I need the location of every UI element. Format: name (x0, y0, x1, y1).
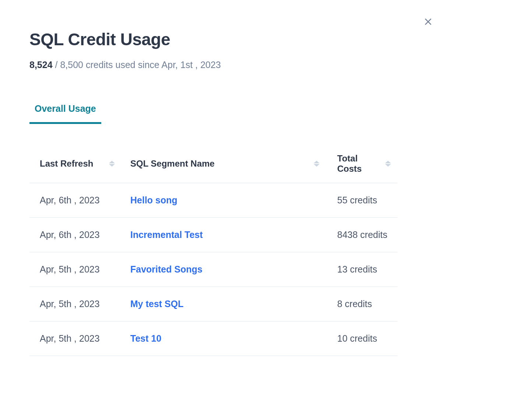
credits-summary: 8,524 / 8,500 credits used since Apr, 1s… (29, 60, 398, 70)
page-title: SQL Credit Usage (29, 29, 398, 49)
cell-last-refresh: Apr, 6th , 2023 (29, 229, 115, 240)
credits-used-value: 8,524 (29, 60, 53, 70)
segment-link[interactable]: Test 10 (130, 333, 161, 344)
table-header: Last Refresh SQL Segment Name Total Cost… (29, 146, 398, 183)
close-icon (423, 15, 434, 30)
table-row: Apr, 6th , 2023 Hello song 55 credits (29, 183, 398, 218)
cell-total-costs: 13 credits (320, 264, 398, 275)
cell-last-refresh: Apr, 5th , 2023 (29, 333, 115, 344)
credits-used-suffix: / 8,500 credits used since Apr, 1st , 20… (53, 60, 221, 70)
cell-total-costs: 55 credits (320, 195, 398, 206)
segment-link[interactable]: Favorited Songs (130, 264, 202, 274)
tab-overall-usage[interactable]: Overall Usage (29, 103, 101, 124)
sort-icon (314, 161, 320, 167)
usage-table: Last Refresh SQL Segment Name Total Cost… (29, 146, 398, 356)
col-header-last-refresh-label: Last Refresh (40, 159, 93, 169)
sort-icon (385, 161, 391, 167)
col-header-segment-name-label: SQL Segment Name (130, 159, 215, 169)
table-row: Apr, 5th , 2023 Test 10 10 credits (29, 321, 398, 356)
table-body: Apr, 6th , 2023 Hello song 55 credits Ap… (29, 183, 398, 356)
table-row: Apr, 5th , 2023 Favorited Songs 13 credi… (29, 252, 398, 287)
cell-last-refresh: Apr, 5th , 2023 (29, 299, 115, 309)
cell-last-refresh: Apr, 5th , 2023 (29, 264, 115, 275)
segment-link[interactable]: Hello song (130, 195, 177, 205)
cell-total-costs: 10 credits (320, 333, 398, 344)
segment-link[interactable]: My test SQL (130, 299, 183, 309)
col-header-last-refresh[interactable]: Last Refresh (29, 153, 115, 174)
cell-total-costs: 8438 credits (320, 229, 398, 240)
col-header-total-costs-label: Total Costs (337, 153, 382, 174)
close-button[interactable] (423, 16, 434, 29)
segment-link[interactable]: Incremental Test (130, 229, 203, 240)
cell-last-refresh: Apr, 6th , 2023 (29, 195, 115, 206)
cell-total-costs: 8 credits (320, 299, 398, 309)
col-header-segment-name[interactable]: SQL Segment Name (115, 153, 320, 174)
sort-icon (109, 161, 115, 167)
table-row: Apr, 6th , 2023 Incremental Test 8438 cr… (29, 218, 398, 252)
tabs: Overall Usage (29, 103, 398, 124)
col-header-total-costs[interactable]: Total Costs (320, 153, 398, 174)
table-row: Apr, 5th , 2023 My test SQL 8 credits (29, 287, 398, 321)
